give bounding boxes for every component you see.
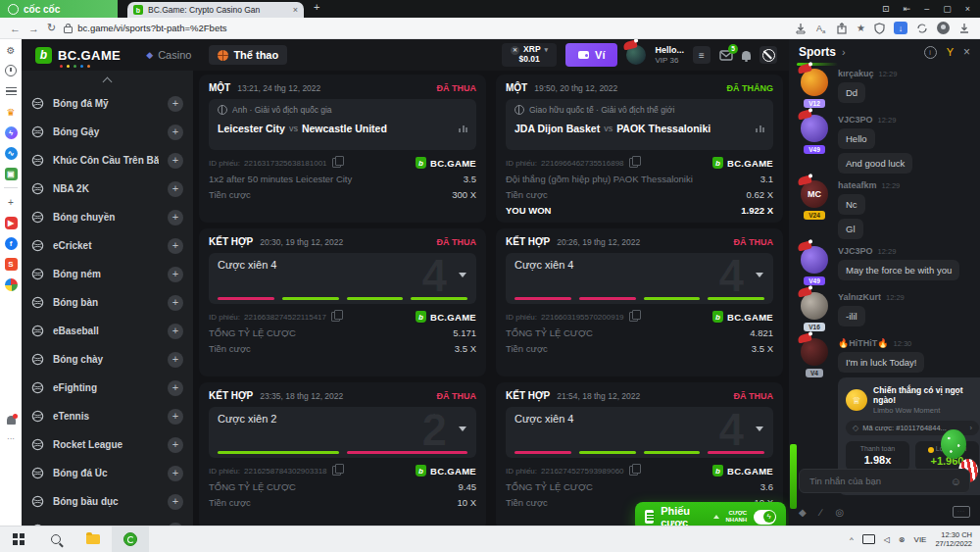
profile-avatar-icon[interactable] xyxy=(937,22,950,34)
rain-tip-icon[interactable]: ◆ xyxy=(799,507,807,518)
sidebar-sport-item[interactable]: eTennis + xyxy=(22,402,193,430)
expand-caret-icon[interactable] xyxy=(756,273,763,277)
chat-rules-button[interactable] xyxy=(760,46,777,64)
adblock-shield-icon[interactable] xyxy=(874,23,885,34)
chat-close-icon[interactable]: × xyxy=(963,45,970,59)
sidebar-sport-item[interactable]: Bóng bầu dục + xyxy=(22,487,193,516)
avatar[interactable] xyxy=(801,338,828,366)
messenger-icon[interactable]: ϟ xyxy=(4,125,18,139)
gif-keyboard-icon[interactable]: ··· xyxy=(953,506,970,518)
games-icon[interactable]: ▣ xyxy=(4,167,18,180)
currency-selector[interactable]: ✕XRP▾ $0.01 xyxy=(502,43,557,67)
bet-list-button[interactable]: ≡ xyxy=(693,46,710,64)
address-bar[interactable]: bc.game/vi/sports?bt-path=%2Fbets xyxy=(64,23,787,33)
nav-casino[interactable]: ◆Casino xyxy=(146,49,191,61)
sidebar-sport-item[interactable]: NBA 2K + xyxy=(22,175,193,203)
messages-button[interactable]: 5 xyxy=(719,50,733,61)
file-explorer-button[interactable] xyxy=(74,527,112,552)
expand-plus-button[interactable]: + xyxy=(168,153,183,169)
back-button[interactable]: ← xyxy=(10,23,21,34)
rail-more-icon[interactable]: ··· xyxy=(4,431,18,445)
copy-icon[interactable] xyxy=(629,312,638,322)
window-maximize-button[interactable]: ▢ xyxy=(943,4,952,14)
expand-caret-icon[interactable] xyxy=(459,427,466,431)
info-icon[interactable]: i xyxy=(924,46,937,59)
expand-plus-button[interactable]: + xyxy=(168,238,183,254)
wave-app-icon[interactable]: ∿ xyxy=(4,146,18,160)
chat-input[interactable]: ☺ xyxy=(799,469,970,493)
dart-app-icon[interactable] xyxy=(4,277,18,291)
expand-plus-button[interactable]: + xyxy=(168,181,183,197)
bookmark-star-icon[interactable]: ★ xyxy=(857,23,865,33)
bcgame-logo-icon[interactable]: b xyxy=(35,47,52,64)
sidebar-sport-item[interactable]: Bóng đá Mỹ + xyxy=(22,89,193,118)
chat-message-input[interactable] xyxy=(808,475,951,487)
expand-plus-button[interactable]: + xyxy=(168,324,183,339)
tray-app-icon[interactable]: ⊗ xyxy=(899,535,906,544)
sidebar-sport-item[interactable]: eBaseball + xyxy=(22,317,193,345)
emoji-icon[interactable]: ☺ xyxy=(951,476,961,487)
display-icon[interactable] xyxy=(862,534,875,544)
expand-plus-button[interactable]: + xyxy=(168,380,183,396)
username[interactable]: VJC3PO xyxy=(838,246,873,256)
expand-plus-button[interactable]: + xyxy=(168,494,183,510)
notification-bell-icon[interactable] xyxy=(7,416,16,425)
quick-bet-toggle[interactable]: ϟ xyxy=(754,510,776,525)
window-minimize-button[interactable]: – xyxy=(924,4,929,14)
nav-sports[interactable]: Thể thao xyxy=(209,45,287,65)
sidebar-sport-item[interactable]: Khúc Côn Cầu Trên Băng + xyxy=(22,146,193,175)
sidebar-sport-item[interactable]: eCricket + xyxy=(22,231,193,260)
expand-caret-icon[interactable] xyxy=(459,273,466,277)
reading-list-icon[interactable] xyxy=(4,84,18,98)
url-text[interactable]: bc.game/vi/sports?bt-path=%2Fbets xyxy=(77,23,226,33)
expand-caret-icon[interactable] xyxy=(756,427,763,431)
tray-expand-icon[interactable]: ^ xyxy=(850,535,854,544)
add-extension-icon[interactable]: + xyxy=(4,195,18,209)
expand-plus-button[interactable]: + xyxy=(168,210,183,226)
start-button[interactable] xyxy=(0,527,37,552)
tab-search-icon[interactable]: ⊡ xyxy=(882,4,890,14)
language-indicator[interactable]: VIE xyxy=(914,535,927,544)
tab-pin-icon[interactable]: ⇤ xyxy=(904,4,911,14)
expand-plus-button[interactable]: + xyxy=(168,267,183,282)
expand-plus-button[interactable]: + xyxy=(168,437,183,453)
wallet-button[interactable]: Ví xyxy=(565,43,617,67)
username[interactable]: hateafkm xyxy=(838,180,877,190)
sidebar-sport-item[interactable]: Bóng đá Úc + xyxy=(22,459,193,487)
copy-icon[interactable] xyxy=(332,466,341,476)
sync-icon[interactable] xyxy=(916,23,928,34)
window-close-button[interactable]: × xyxy=(965,4,970,14)
stats-chart-icon[interactable] xyxy=(459,125,467,132)
betslip-button[interactable]: Phiếu cược CƯỢCNHANH ϟ xyxy=(635,502,786,527)
sidebar-sport-item[interactable]: Bóng bàn + xyxy=(22,288,193,317)
save-page-icon[interactable] xyxy=(795,23,807,34)
expand-plus-button[interactable]: + xyxy=(168,352,183,368)
avatar[interactable]: MC xyxy=(801,180,828,208)
sidebar-sport-item[interactable]: eFighting + xyxy=(22,374,193,402)
match-panel[interactable]: Anh · Giải vô địch quốc gia Leicester Ci… xyxy=(209,99,476,150)
stats-chart-icon[interactable] xyxy=(756,125,764,132)
downloads-tray-icon[interactable] xyxy=(958,23,970,34)
youtube-icon[interactable]: ▶ xyxy=(4,216,18,229)
facebook-icon[interactable]: f xyxy=(4,236,18,250)
sidebar-sport-item[interactable]: Bóng ném + xyxy=(22,260,193,288)
username[interactable]: VJC3PO xyxy=(838,115,873,125)
combo-panel[interactable]: Cược xiên 4 4 xyxy=(506,253,773,304)
coccoc-taskbar-button[interactable] xyxy=(112,527,149,552)
user-info[interactable]: Hello... VIP 36 xyxy=(655,45,684,65)
translate-icon[interactable]: Aa xyxy=(815,23,827,34)
bcgame-logo-text[interactable]: BC.GAME xyxy=(58,48,121,63)
copy-icon[interactable] xyxy=(629,466,638,476)
new-tab-button[interactable]: + xyxy=(304,0,329,18)
copy-icon[interactable] xyxy=(331,312,340,322)
coin-drop-icon[interactable]: ◎ xyxy=(835,507,844,518)
avatar[interactable] xyxy=(801,246,828,274)
match-panel[interactable]: Giao hữu quốc tế · Giải vô địch thế giới… xyxy=(506,99,773,150)
taskbar-clock[interactable]: 12:30 CH27/12/2022 xyxy=(935,530,972,549)
sidebar-sport-item[interactable]: Rocket League + xyxy=(22,430,193,459)
chat-rules-pen-icon[interactable]: ∕ xyxy=(820,507,822,518)
sidebar-sport-item[interactable]: Bóng Gậy + xyxy=(22,118,193,146)
shopee-icon[interactable]: S xyxy=(4,257,18,271)
download-manager-button[interactable]: ↓ xyxy=(894,22,907,34)
site-bell-icon[interactable] xyxy=(742,51,751,60)
